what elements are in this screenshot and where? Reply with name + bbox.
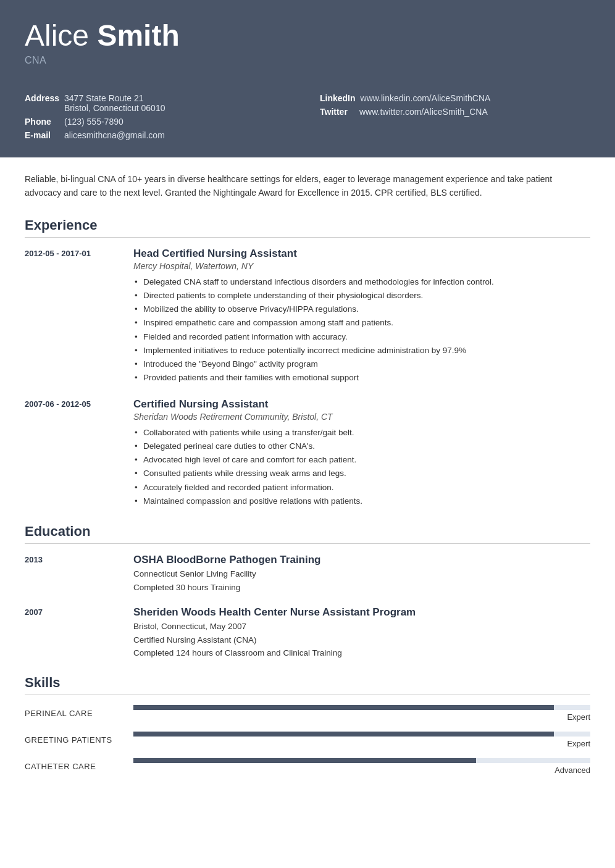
email-label: E-mail (25, 130, 59, 140)
skill-item: CATHETER CARE Advanced (25, 758, 590, 775)
exp-content: Certified Nursing Assistant Sheridan Woo… (133, 398, 590, 509)
exp-dates: 2012-05 - 2017-01 (25, 248, 123, 386)
skill-bar-fill (133, 758, 476, 763)
exp-bullet: Directed patients to complete understand… (133, 290, 590, 302)
exp-bullet: Maintained compassion and positive relat… (133, 495, 590, 507)
last-name: Smith (97, 19, 179, 52)
skill-level: Advanced (554, 766, 590, 775)
phone-label: Phone (25, 117, 59, 127)
linkedin-value: www.linkedin.com/AliceSmithCNA (361, 93, 491, 103)
exp-bullet: Delegated CNA staff to understand infect… (133, 276, 590, 288)
education-heading: Education (25, 524, 590, 544)
edu-detail: Completed 124 hours of Classroom and Cli… (133, 646, 590, 660)
address-line2: Bristol, Connecticut 06010 (64, 103, 165, 113)
summary-text: Reliable, bi-lingual CNA of 10+ years in… (25, 172, 590, 200)
candidate-name: Alice Smith (25, 20, 590, 52)
experience-item: 2007-06 - 2012-05 Certified Nursing Assi… (25, 398, 590, 509)
edu-detail: Completed 30 hours Training (133, 581, 590, 595)
exp-bullet: Delegated perineal care duties to other … (133, 440, 590, 453)
skill-left: CATHETER CARE (25, 762, 123, 771)
experience-item: 2012-05 - 2017-01 Head Certified Nursing… (25, 248, 590, 386)
candidate-title: CNA (25, 55, 590, 66)
linkedin-item: LinkedIn www.linkedin.com/AliceSmithCNA (320, 93, 590, 103)
first-name: Alice (25, 19, 97, 52)
education-section: Education 2013 OSHA BloodBorne Pathogen … (25, 524, 590, 660)
exp-bullets: Collaborated with patients while using a… (133, 427, 590, 508)
exp-bullet: Mobilized the ability to observe Privacy… (133, 303, 590, 315)
skill-item: PERINEAL CARE Expert (25, 705, 590, 722)
phone-value: (123) 555-7890 (64, 117, 123, 127)
experience-heading: Experience (25, 217, 590, 238)
exp-bullet: Implemented initiatives to reduce potent… (133, 344, 590, 357)
skill-name: CATHETER CARE (25, 762, 123, 771)
exp-bullet: Introduced the "Beyond Bingo" activity p… (133, 358, 590, 370)
skill-level: Expert (567, 739, 590, 748)
resume-container: Alice Smith CNA Address 3477 State Route… (0, 0, 615, 868)
exp-bullet: Collaborated with patients while using a… (133, 427, 590, 439)
edu-title: OSHA BloodBorne Pathogen Training (133, 554, 590, 566)
exp-title: Head Certified Nursing Assistant (133, 248, 590, 260)
exp-content: Head Certified Nursing Assistant Mercy H… (133, 248, 590, 386)
address-label: Address (25, 93, 59, 103)
skill-left: PERINEAL CARE (25, 709, 123, 718)
skill-right: Expert (133, 732, 590, 748)
address-lines: 3477 State Route 21 Bristol, Connecticut… (64, 93, 165, 113)
exp-bullet: Advocated high level of care and comfort… (133, 454, 590, 466)
exp-title: Certified Nursing Assistant (133, 398, 590, 411)
skill-item: GREETING PATIENTS Expert (25, 732, 590, 748)
skills-list: PERINEAL CARE Expert GREETING PATIENTS E… (25, 705, 590, 775)
phone-item: Phone (123) 555-7890 (25, 117, 295, 127)
skill-right: Advanced (133, 758, 590, 775)
exp-org: Mercy Hospital, Watertown, NY (133, 261, 590, 271)
education-item: 2007 Sheriden Woods Health Center Nurse … (25, 606, 590, 660)
header-section: Alice Smith CNA (0, 0, 615, 83)
skill-bar-fill (133, 705, 554, 710)
skill-left: GREETING PATIENTS (25, 735, 123, 745)
contact-right: LinkedIn www.linkedin.com/AliceSmithCNA … (320, 93, 590, 143)
twitter-value: www.twitter.com/AliceSmith_CNA (359, 107, 488, 117)
skill-bar-fill (133, 732, 554, 737)
contact-left: Address 3477 State Route 21 Bristol, Con… (25, 93, 295, 143)
skill-bar-container (133, 758, 590, 763)
address-line1: 3477 State Route 21 (64, 93, 165, 103)
experience-list: 2012-05 - 2017-01 Head Certified Nursing… (25, 248, 590, 509)
skill-name: PERINEAL CARE (25, 709, 123, 718)
edu-detail: Bristol, Connecticut, May 2007 (133, 620, 590, 633)
skills-heading: Skills (25, 675, 590, 695)
exp-bullet: Provided patients and their families wit… (133, 372, 590, 384)
exp-bullets: Delegated CNA staff to understand infect… (133, 276, 590, 385)
edu-content: OSHA BloodBorne Pathogen Training Connec… (133, 554, 590, 594)
edu-title: Sheriden Woods Health Center Nurse Assis… (133, 606, 590, 619)
body-section: Reliable, bi-lingual CNA of 10+ years in… (0, 157, 615, 814)
skill-bar-container (133, 732, 590, 737)
education-list: 2013 OSHA BloodBorne Pathogen Training C… (25, 554, 590, 660)
skill-level: Expert (567, 712, 590, 722)
skill-bar-container (133, 705, 590, 710)
exp-bullet: Accurately fielded and recorded patient … (133, 482, 590, 494)
contact-section: Address 3477 State Route 21 Bristol, Con… (0, 83, 615, 157)
exp-org: Sheridan Woods Retirement Community, Bri… (133, 412, 590, 422)
experience-section: Experience 2012-05 - 2017-01 Head Certif… (25, 217, 590, 509)
twitter-label: Twitter (320, 107, 354, 117)
email-value: alicesmithcna@gmail.com (64, 130, 165, 140)
email-item: E-mail alicesmithcna@gmail.com (25, 130, 295, 140)
education-item: 2013 OSHA BloodBorne Pathogen Training C… (25, 554, 590, 594)
edu-year: 2013 (25, 554, 123, 594)
edu-detail: Connecticut Senior Living Facility (133, 567, 590, 581)
skill-right: Expert (133, 705, 590, 722)
exp-bullet: Inspired empathetic care and compassion … (133, 317, 590, 329)
skills-section: Skills PERINEAL CARE Expert GREETING PAT… (25, 675, 590, 775)
edu-detail: Certified Nursing Assistant (CNA) (133, 633, 590, 647)
edu-year: 2007 (25, 606, 123, 660)
address-item: Address 3477 State Route 21 Bristol, Con… (25, 93, 295, 113)
exp-bullet: Consulted patients while dressing weak a… (133, 467, 590, 480)
edu-content: Sheriden Woods Health Center Nurse Assis… (133, 606, 590, 660)
skill-name: GREETING PATIENTS (25, 735, 123, 745)
exp-dates: 2007-06 - 2012-05 (25, 398, 123, 509)
exp-bullet: Fielded and recorded patient information… (133, 331, 590, 343)
twitter-item: Twitter www.twitter.com/AliceSmith_CNA (320, 107, 590, 117)
linkedin-label: LinkedIn (320, 93, 356, 103)
